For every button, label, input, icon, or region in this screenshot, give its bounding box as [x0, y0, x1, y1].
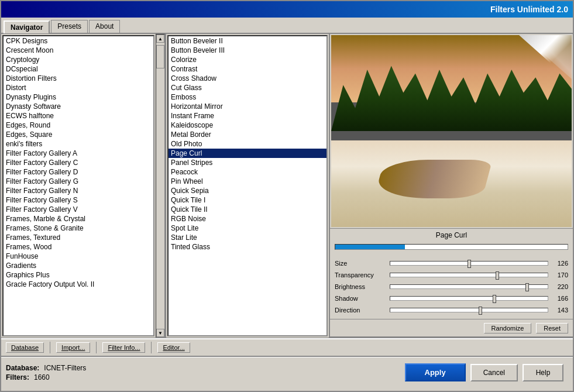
- effect-list-item[interactable]: Metal Border: [169, 130, 326, 139]
- filter-list-item[interactable]: Cryptology: [4, 55, 153, 64]
- effect-list-item[interactable]: Emboss: [169, 92, 326, 102]
- filter-list-item[interactable]: Gradients: [4, 261, 153, 270]
- filter-list-item[interactable]: Distortion Filters: [4, 74, 153, 83]
- filter-list-item[interactable]: DCspecial: [4, 64, 153, 74]
- editor-button[interactable]: Editor...: [157, 342, 190, 353]
- scroll-down-arrow[interactable]: ▼: [156, 329, 164, 337]
- slider-track[interactable]: [390, 261, 548, 266]
- filter-list-item[interactable]: Edges, Round: [4, 121, 153, 130]
- slider-thumb[interactable]: [525, 283, 529, 291]
- preview-label: Page Curl: [330, 228, 573, 242]
- apply-button[interactable]: Apply: [405, 363, 466, 381]
- landscape-graphic: [331, 35, 572, 227]
- filter-list-item[interactable]: Filter Factory Gallery N: [4, 186, 153, 195]
- slider-thumb[interactable]: [493, 295, 496, 303]
- database-val: ICNET-Filters: [44, 364, 86, 372]
- effect-list-item[interactable]: Horizontal Mirror: [169, 102, 326, 111]
- slider-value: 143: [551, 307, 568, 314]
- help-button[interactable]: Help: [523, 364, 563, 381]
- scroll-thumb[interactable]: [156, 45, 164, 68]
- filter-list-item[interactable]: ECWS halftone: [4, 111, 153, 121]
- effect-list-item[interactable]: Spot Lite: [169, 223, 326, 233]
- filter-list-item[interactable]: Filter Factory Gallery S: [4, 195, 153, 205]
- filter-list[interactable]: CPK DesignsCrescent MoonCryptologyDCspec…: [2, 35, 154, 336]
- reset-button[interactable]: Reset: [536, 323, 568, 333]
- middle-panel: Button Beveler IIButton Beveler IIIColor…: [166, 34, 330, 338]
- left-scrollbar[interactable]: ▲ ▼: [156, 34, 165, 338]
- slider-label: Direction: [335, 307, 387, 314]
- tab-presets[interactable]: Presets: [51, 20, 88, 33]
- effect-list-item[interactable]: Instant Frame: [169, 111, 326, 121]
- randomize-button[interactable]: Randomize: [484, 323, 532, 333]
- status-row-database: Database: ICNET-Filters: [6, 364, 86, 372]
- filter-list-item[interactable]: Filter Factory Gallery G: [4, 177, 153, 186]
- filter-list-item[interactable]: FunHouse: [4, 252, 153, 261]
- import-button[interactable]: Import...: [56, 342, 90, 353]
- slider-value: 220: [551, 283, 568, 290]
- effect-list-item[interactable]: Page Curl: [169, 149, 326, 158]
- filter-list-item[interactable]: Graphics Plus: [4, 270, 153, 280]
- scroll-up-arrow[interactable]: ▲: [156, 35, 164, 43]
- filter-list-item[interactable]: Frames, Stone & Granite: [4, 223, 153, 233]
- slider-track[interactable]: [390, 296, 548, 301]
- filter-list-item[interactable]: Frames, Textured: [4, 233, 153, 242]
- filter-list-item[interactable]: Dynasty Software: [4, 102, 153, 111]
- effect-list-item[interactable]: Panel Stripes: [169, 158, 326, 167]
- filter-list-item[interactable]: Gracle Factory Output Vol. II: [4, 280, 153, 289]
- filter-list-item[interactable]: Filter Factory Gallery D: [4, 167, 153, 177]
- slider-value: 166: [551, 295, 568, 302]
- slider-track[interactable]: [390, 308, 548, 312]
- effect-list-item[interactable]: Cross Shadow: [169, 74, 326, 83]
- effect-list-item[interactable]: RGB Noise: [169, 214, 326, 223]
- filter-list-item[interactable]: enki's filters: [4, 139, 153, 149]
- filter-list-item[interactable]: Frames, Wood: [4, 242, 153, 252]
- slider-row: Size126: [335, 258, 568, 269]
- filter-list-item[interactable]: Edges, Square: [4, 130, 153, 139]
- filter-list-item[interactable]: Filter Factory Gallery A: [4, 149, 153, 158]
- slider-track[interactable]: [390, 273, 548, 277]
- effect-list-item[interactable]: Tinted Glass: [169, 242, 326, 252]
- slider-thumb[interactable]: [479, 307, 482, 315]
- filter-list-item[interactable]: Dynasty Plugins: [4, 92, 153, 102]
- filter-list-item[interactable]: Frames, Marble & Crystal: [4, 214, 153, 223]
- effect-list-item[interactable]: Old Photo: [169, 139, 326, 149]
- tab-navigator[interactable]: Navigator: [4, 20, 50, 33]
- slider-label: Size: [335, 260, 387, 267]
- slider-label: Brightness: [335, 283, 387, 290]
- status-row-filters: Filters: 1660: [6, 373, 86, 381]
- effect-list-item[interactable]: Button Beveler II: [169, 36, 326, 46]
- effect-list-item[interactable]: Contrast: [169, 64, 326, 74]
- effect-list[interactable]: Button Beveler IIButton Beveler IIIColor…: [167, 35, 328, 336]
- filter-list-item[interactable]: Distort: [4, 83, 153, 92]
- effect-list-item[interactable]: Kaleidoscope: [169, 121, 326, 130]
- tab-about[interactable]: About: [89, 20, 120, 33]
- slider-thumb[interactable]: [468, 260, 471, 268]
- filter-list-item[interactable]: Filter Factory Gallery C: [4, 158, 153, 167]
- effect-list-item[interactable]: Colorize: [169, 55, 326, 64]
- slider-track[interactable]: [390, 284, 548, 289]
- database-button[interactable]: Database: [6, 342, 44, 353]
- slider-label: Shadow: [335, 295, 387, 302]
- slider-row: Shadow166: [335, 293, 568, 304]
- slider-row: Brightness220: [335, 281, 568, 292]
- effect-list-item[interactable]: Pin Wheel: [169, 177, 326, 186]
- filters-key: Filters:: [6, 373, 29, 381]
- filter-list-item[interactable]: CPK Designs: [4, 36, 153, 46]
- filter-info-button[interactable]: Filter Info...: [102, 342, 145, 353]
- slider-thumb[interactable]: [496, 271, 499, 280]
- filter-list-item[interactable]: Crescent Moon: [4, 46, 153, 55]
- tabbar: Navigator Presets About: [1, 18, 573, 34]
- effect-list-item[interactable]: Button Beveler III: [169, 46, 326, 55]
- effect-list-item[interactable]: Cut Glass: [169, 83, 326, 92]
- cancel-button[interactable]: Cancel: [470, 364, 518, 381]
- status-bar: Database: ICNET-Filters Filters: 1660 Ap…: [1, 357, 573, 387]
- effect-list-item[interactable]: Quick Tile I: [169, 195, 326, 205]
- effect-list-item[interactable]: Peacock: [169, 167, 326, 177]
- effect-list-item[interactable]: Quick Tile II: [169, 205, 326, 214]
- progress-area: [330, 242, 573, 255]
- effect-list-item[interactable]: Quick Sepia: [169, 186, 326, 195]
- effect-list-item[interactable]: Star Lite: [169, 233, 326, 242]
- filter-list-item[interactable]: Filter Factory Gallery V: [4, 205, 153, 214]
- app-title: Filters Unlimited 2.0: [490, 5, 568, 14]
- toolbar-sep-2: [96, 342, 97, 353]
